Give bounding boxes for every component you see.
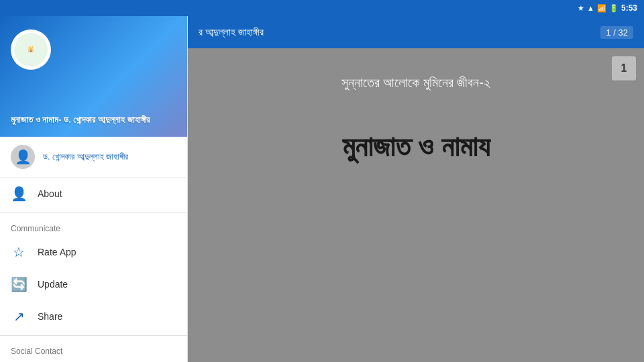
communicate-label: Communicate [0, 216, 187, 236]
share-icon: ↗ [11, 308, 27, 324]
social-contact-label: Social Contact [0, 339, 187, 359]
main-layout: 🕌 মুনাজাত ও নামাম- ড. খোন্দকার আব্দুল্লা… [0, 16, 644, 362]
sidebar-author-item[interactable]: 👤 ড. খোন্দকার আব্দুল্লাহ জাহাঙ্গীর [0, 137, 187, 178]
person-icon: 👤 [15, 149, 32, 165]
status-bar: ★ ▲ 📶 🔋 5:53 [0, 0, 644, 16]
sidebar-item-share[interactable]: ↗ Share [0, 300, 187, 333]
battery-icon: 🔋 [609, 4, 619, 13]
share-label: Share [38, 311, 62, 322]
star-outline-icon: ☆ [11, 244, 27, 260]
sidebar-item-update[interactable]: 🔄 Update [0, 268, 187, 300]
update-label: Update [38, 279, 68, 290]
content-area: র আব্দুল্লাহ জাহাঙ্গীর 1 / 32 1 সুন্নাতে… [188, 16, 644, 362]
book-content: 1 সুন্নাতের আলোকে মুমিনের জীবন-২ মুনাজাত… [188, 48, 644, 362]
sidebar-header: 🕌 মুনাজাত ও নামাম- ড. খোন্দকার আব্দুল্লা… [0, 16, 187, 137]
avatar: 👤 [11, 145, 35, 169]
status-time: 5:53 [621, 3, 637, 13]
signal-icon: ▲ [587, 4, 594, 12]
sidebar: 🕌 মুনাজাত ও নামাম- ড. খোন্দকার আব্দুল্লা… [0, 16, 188, 362]
refresh-icon: 🔄 [11, 276, 27, 292]
top-bar: র আব্দুল্লাহ জাহাঙ্গীর 1 / 32 [188, 16, 644, 48]
logo-inner: 🕌 [14, 33, 48, 66]
star-icon: ★ [578, 4, 584, 13]
author-name: ড. খোন্দকার আব্দুল্লাহ জাহাঙ্গীর [43, 152, 128, 162]
book-main-title: মুনাজাত ও নামায [342, 131, 490, 163]
about-label: About [38, 188, 62, 199]
wifi-icon: 📶 [597, 4, 606, 13]
rate-app-label: Rate App [38, 247, 76, 257]
app-logo: 🕌 [11, 29, 51, 70]
page-indicator: 1 / 32 [600, 26, 633, 39]
sidebar-item-rate-app[interactable]: ☆ Rate App [0, 236, 187, 268]
sidebar-title: মুনাজাত ও নামাম- ড. খোন্দকার আব্দুল্লাহ … [11, 114, 150, 126]
divider-2 [0, 335, 187, 336]
sidebar-item-about[interactable]: 👤 About [0, 178, 187, 210]
page-number-badge: 1 [612, 56, 636, 80]
divider-1 [0, 213, 187, 213]
account-circle-icon: 👤 [11, 186, 27, 202]
status-icons: ★ ▲ 📶 🔋 5:53 [578, 3, 637, 13]
top-bar-title: র আব্দুল্লাহ জাহাঙ্গীর [199, 26, 264, 38]
book-subtitle: সুন্নাতের আলোকে মুমিনের জীবন-২ [341, 75, 490, 90]
